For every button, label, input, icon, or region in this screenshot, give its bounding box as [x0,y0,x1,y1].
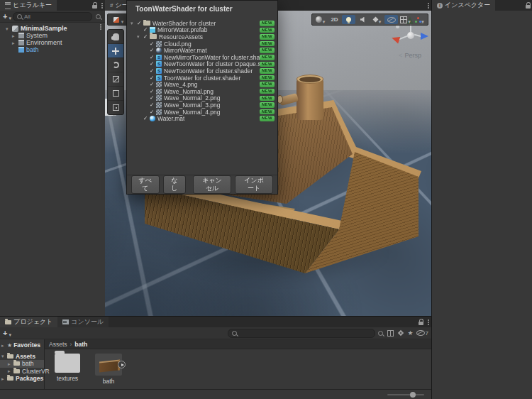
project-tree-item-packages[interactable]: Packages [0,375,44,383]
hidden-packages-toggle[interactable]: 7 [416,329,428,337]
foldout-arrow[interactable] [137,34,143,40]
audio-toggle[interactable] [356,15,370,24]
checkbox-checked-icon[interactable] [150,109,156,115]
create-asset-button[interactable]: + [3,329,7,337]
foldout-arrow[interactable] [6,26,12,32]
panel-menu-icon[interactable] [428,3,429,4]
panel-menu-icon[interactable] [428,319,429,321]
import-item-newtoonwater-for-cluster-shader[interactable]: NewToonWater for cluster.shaderNEW [127,67,277,75]
import-item-wave-normal-2-png[interactable]: Wave_Normal_2.pngNEW [127,95,277,102]
checkbox-checked-icon[interactable] [143,27,150,33]
import-item-toonwater-for-cluster-shader[interactable]: ToonWater for cluster.shaderNEW [127,75,277,82]
tab-hierarchy[interactable]: ヒエラルキー [0,0,57,11]
hierarchy-item-minimalsample[interactable]: MinimalSample [0,25,105,32]
create-dropdown-icon[interactable] [9,10,11,23]
search-preset-button[interactable] [94,13,102,20]
checkbox-checked-icon[interactable] [143,116,150,121]
foldout-arrow[interactable] [1,342,7,349]
cancel-button[interactable]: キャンセル [193,175,231,194]
checkbox-checked-icon[interactable] [150,68,156,74]
hierarchy-item-bath[interactable]: bath [0,46,105,53]
checkbox-checked-icon[interactable] [137,21,143,26]
hierarchy-search-input[interactable]: All [13,12,92,21]
hierarchy-item-system[interactable]: System [0,32,105,39]
expand-asset-icon[interactable] [118,361,126,368]
asset-item-textures[interactable]: textures [50,354,84,382]
tab-console[interactable]: コンソール [57,317,109,327]
create-button[interactable]: + [3,13,7,20]
import-item-cloud-png[interactable]: Cloud.pngNEW [127,40,277,48]
import-item-newmirrortoonwater-for-cluster-shader[interactable]: NewMirrorToonWater for cluster.shaderNEW [127,54,277,61]
hand-tool-button[interactable] [108,30,123,44]
tab-inspector[interactable]: i インスペクター [432,0,495,11]
foldout-arrow[interactable] [1,376,7,382]
foldout-arrow[interactable] [131,21,137,26]
import-item-wave-normal-3-png[interactable]: Wave_Normal_3.pngNEW [127,102,277,109]
select-none-button[interactable]: なし [163,175,186,194]
gizmo-z-axis-icon[interactable] [421,33,428,40]
select-all-button[interactable]: すべて [131,175,160,194]
import-item-wave-normal-4-png[interactable]: Wave_Normal_4.pngNEW [127,109,277,116]
lighting-toggle[interactable] [342,15,355,24]
rect-tool-button[interactable] [108,87,123,101]
hierarchy-item-environment[interactable]: Environment [0,39,105,46]
project-tree-item-assets[interactable]: Assets [0,353,44,361]
slider-thumb[interactable] [410,392,416,398]
gizmos-dropdown[interactable] [413,15,426,24]
import-item-wave-4-png[interactable]: Wave_4.pngNEW [127,81,277,88]
bucket-object[interactable] [297,79,323,120]
foldout-arrow[interactable] [1,353,7,359]
search-by-type-button[interactable] [377,329,385,337]
move-tool-button[interactable] [108,44,123,58]
checkbox-checked-icon[interactable] [150,102,156,108]
projection-label[interactable]: Persp [387,52,431,59]
tab-project[interactable]: プロジェクト [0,317,57,327]
scale-tool-button[interactable] [108,72,123,87]
project-search-input[interactable] [228,329,375,338]
checkbox-checked-icon[interactable] [150,75,156,81]
2d-toggle[interactable]: 2D [328,15,341,24]
transform-tool-button[interactable] [108,101,123,114]
rotate-tool-button[interactable] [108,58,123,72]
panel-menu-icon[interactable] [101,3,103,4]
label-filter-button[interactable] [397,329,405,337]
grid-settings-dropdown[interactable] [399,15,412,24]
lock-icon[interactable] [92,5,97,9]
project-tree-item-bath[interactable]: bath [0,360,44,368]
favorites-filter-button[interactable]: ★ [406,329,415,337]
import-item-watershader-for-cluster[interactable]: WaterShader for clusterNEW [127,20,277,27]
checkbox-checked-icon[interactable] [150,48,156,53]
checkbox-checked-icon[interactable] [150,89,156,94]
lock-icon[interactable] [526,5,531,9]
lock-icon[interactable] [419,322,423,325]
checkbox-checked-icon[interactable] [150,55,156,60]
thumbnail-zoom-slider[interactable] [387,394,424,395]
breadcrumb-root[interactable]: Assets [49,341,67,348]
project-tree-item-clustervr[interactable]: ClusterVR [0,368,44,376]
foldout-arrow[interactable] [8,368,13,374]
package-filter-button[interactable] [387,329,395,337]
checkbox-checked-icon[interactable] [150,82,156,87]
foldout-arrow[interactable] [12,40,18,46]
import-item-newtoonwater-for-cluster-opaque-shader[interactable]: NewToonWater for cluster Opaque.shaderNE… [127,61,277,68]
asset-item-bath[interactable]: bath [92,354,126,385]
checkbox-checked-icon[interactable] [150,41,156,47]
checkbox-checked-icon[interactable] [150,61,156,67]
breadcrumb-current[interactable]: bath [74,341,87,348]
foldout-arrow[interactable] [12,33,18,39]
import-item-mirrorwater-mat[interactable]: MirrorWater.matNEW [127,47,277,54]
import-item-resourceassets[interactable]: ResourceAssetsNEW [127,33,277,40]
draw-mode-dropdown[interactable] [314,15,327,24]
project-tree-item-favorites[interactable]: ★Favorites [0,341,44,349]
import-button[interactable]: インポート [235,175,273,194]
gizmo-center[interactable] [407,32,414,39]
foldout-arrow[interactable] [8,361,13,367]
gizmo-x-axis-icon[interactable] [391,35,401,44]
import-item-water-mat[interactable]: Water.matNEW [127,115,277,122]
checkbox-checked-icon[interactable] [143,34,150,40]
item-menu-icon[interactable] [100,24,101,26]
effects-dropdown[interactable] [370,15,384,24]
create-asset-dropdown-icon[interactable] [9,327,11,339]
import-item-wave-normal-png[interactable]: Wave_Normal.pngNEW [127,88,277,95]
checkbox-checked-icon[interactable] [150,95,156,101]
